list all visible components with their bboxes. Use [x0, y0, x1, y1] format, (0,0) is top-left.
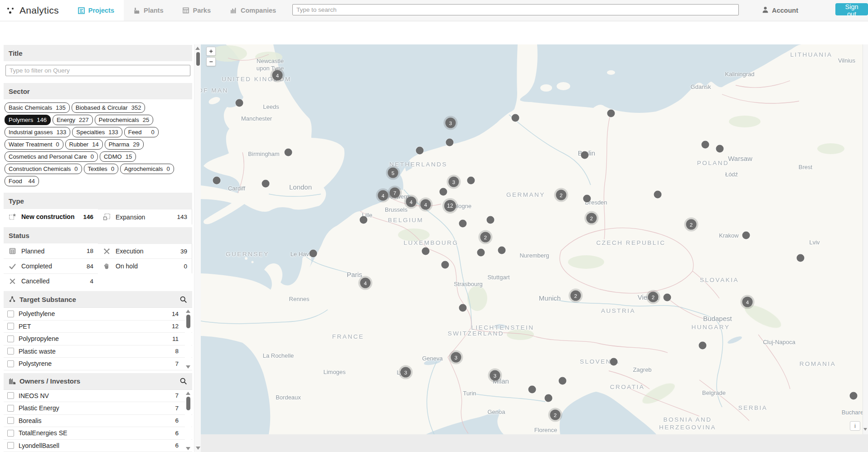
account-button[interactable]: Account [761, 6, 798, 15]
status-option[interactable]: Execution 39 [98, 243, 192, 258]
map-cluster-marker[interactable]: 4 [360, 278, 371, 288]
list-item[interactable]: PET 12 [4, 321, 192, 333]
map-cluster-marker[interactable]: 4 [272, 70, 283, 81]
sector-pill[interactable]: Specialties 133 [72, 127, 122, 137]
status-option[interactable]: Cancelled 4 [4, 273, 98, 288]
scroll-thumb[interactable] [196, 52, 200, 66]
map-marker[interactable] [559, 377, 567, 385]
zoom-out-button[interactable]: − [206, 57, 216, 66]
scroll-up-icon[interactable] [186, 310, 190, 313]
list-item[interactable]: Polyethylene 14 [4, 308, 192, 321]
sector-pill[interactable]: Polymers 146 [5, 115, 51, 125]
map-cluster-marker[interactable]: 3 [490, 370, 500, 381]
list-item[interactable]: INEOS NV 7 [4, 390, 192, 403]
sector-pill[interactable]: Industrial gasses 133 [5, 127, 70, 137]
scroll-up-icon[interactable] [186, 392, 190, 395]
map-marker[interactable] [459, 304, 467, 312]
scroll-down-icon[interactable] [196, 447, 200, 450]
map-marker[interactable] [545, 394, 553, 402]
map-marker[interactable] [459, 220, 467, 228]
map-marker[interactable] [583, 195, 591, 203]
checkbox[interactable] [7, 335, 14, 342]
status-option[interactable]: Completed 84 [4, 258, 98, 273]
map-cluster-marker[interactable]: 4 [406, 197, 417, 207]
search-icon[interactable] [179, 377, 187, 385]
map-marker[interactable] [440, 188, 447, 196]
list-scrollbar[interactable] [185, 390, 191, 452]
map-marker[interactable] [467, 177, 475, 185]
map-marker[interactable] [441, 261, 449, 269]
sector-pill[interactable]: Construction Chemicals 0 [5, 164, 82, 174]
nav-tab[interactable]: Plants [124, 0, 173, 21]
nav-tab[interactable]: Companies [220, 0, 286, 21]
map-cluster-marker[interactable]: 3 [401, 367, 411, 378]
checkbox[interactable] [7, 348, 14, 355]
checkbox[interactable] [7, 430, 14, 437]
sector-pill[interactable]: Rubber 14 [65, 139, 103, 150]
status-option[interactable]: Planned 18 [4, 243, 98, 258]
checkbox[interactable] [7, 323, 14, 330]
map-cluster-marker[interactable]: 2 [556, 190, 567, 200]
scroll-down-icon[interactable] [186, 365, 190, 369]
scroll-up-icon[interactable] [195, 47, 200, 50]
map-marker[interactable] [446, 139, 454, 146]
map-cluster-marker[interactable]: 2 [571, 291, 581, 301]
page-scrollbar[interactable] [863, 44, 868, 434]
sector-pill[interactable]: Petrochemicals 25 [95, 115, 153, 125]
sector-pill[interactable]: Basic Chemicals 135 [5, 102, 70, 113]
map-cluster-marker[interactable]: 4 [421, 199, 431, 210]
map-marker[interactable] [716, 145, 724, 153]
sector-pill[interactable]: Cosmetics and Personal Care 0 [5, 151, 98, 162]
map-cluster-marker[interactable]: 3 [451, 352, 461, 363]
map-marker[interactable] [487, 216, 495, 224]
title-filter-input[interactable] [5, 65, 190, 76]
map-cluster-marker[interactable]: 7 [390, 188, 400, 198]
search-input[interactable] [292, 4, 739, 15]
map-cluster-marker[interactable]: 4 [378, 190, 388, 201]
map-cluster-marker[interactable]: 3 [449, 177, 459, 187]
checkbox[interactable] [7, 405, 14, 412]
map-cluster-marker[interactable]: 2 [587, 213, 597, 224]
app-logo[interactable]: Analytics [0, 0, 68, 21]
map-info-button[interactable]: i [850, 421, 860, 431]
list-scrollbar[interactable] [185, 308, 191, 370]
scroll-down-icon[interactable] [863, 428, 867, 431]
checkbox[interactable] [7, 442, 14, 449]
checkbox[interactable] [7, 417, 14, 424]
signout-button[interactable]: Sign out [835, 3, 868, 15]
list-item[interactable]: LyondellBasell 6 [4, 440, 192, 452]
map-marker[interactable] [664, 294, 671, 301]
status-option[interactable]: On hold 0 [98, 258, 192, 273]
map-marker[interactable] [581, 151, 589, 159]
sector-pill[interactable]: Energy 227 [53, 115, 93, 125]
nav-tab[interactable]: Projects [68, 0, 124, 21]
list-item[interactable]: Polystyrene 7 [4, 358, 192, 370]
scroll-thumb[interactable] [186, 397, 190, 410]
checkbox[interactable] [7, 311, 14, 317]
map-marker[interactable] [610, 358, 618, 366]
scroll-down-icon[interactable] [186, 447, 190, 450]
search-icon[interactable] [179, 296, 187, 303]
map-cluster-marker[interactable]: 3 [446, 118, 456, 128]
map-canvas[interactable]: Newcastle upon TyneUNITED KINGDOMOF MANL… [201, 44, 863, 434]
list-item[interactable]: Polypropylene 11 [4, 333, 192, 345]
map-marker[interactable] [236, 99, 243, 107]
map-marker[interactable] [262, 180, 270, 188]
map-marker[interactable] [607, 110, 615, 117]
map-marker[interactable] [742, 232, 750, 239]
map-marker[interactable] [512, 114, 519, 122]
map-cluster-marker[interactable]: 5 [388, 168, 398, 178]
map-marker[interactable] [702, 141, 709, 149]
map-cluster-marker[interactable]: 12 [444, 200, 456, 212]
map-marker[interactable] [529, 386, 536, 394]
sector-pill[interactable]: Water Treatment 0 [5, 139, 63, 150]
map-marker[interactable] [850, 392, 858, 400]
sector-pill[interactable]: Biobased & Circular 352 [72, 102, 145, 113]
type-option[interactable]: Expansion 143 [98, 209, 192, 224]
list-item[interactable]: Plastic Energy 7 [4, 402, 192, 415]
map-marker[interactable] [477, 249, 485, 257]
sector-pill[interactable]: Textiles 0 [84, 164, 119, 174]
sidebar-scrollbar[interactable] [194, 44, 201, 452]
map-cluster-marker[interactable]: 2 [648, 292, 659, 302]
list-item[interactable]: TotalEnergies SE 6 [4, 427, 192, 440]
